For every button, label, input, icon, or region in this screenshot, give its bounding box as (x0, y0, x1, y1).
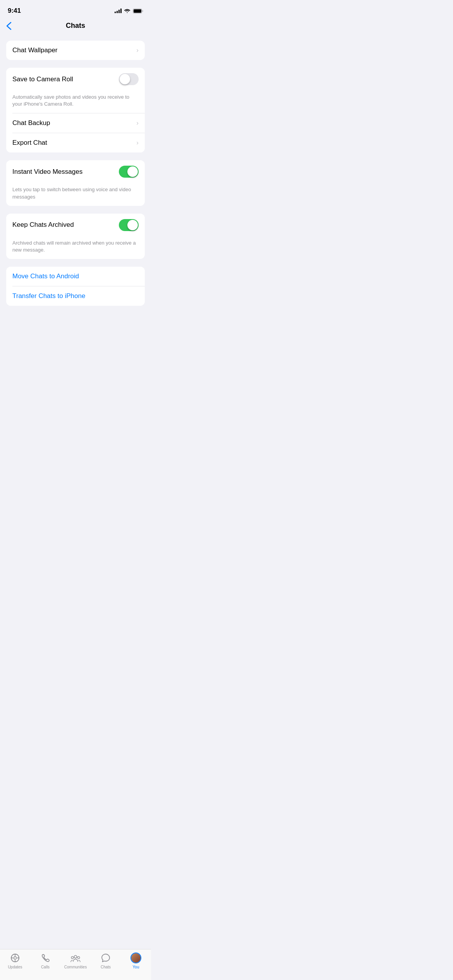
section-wallpaper: Chat Wallpaper › (0, 41, 151, 60)
save-camera-roll-row[interactable]: Save to Camera Roll (6, 68, 145, 91)
save-camera-roll-description: Automatically save photos and videos you… (6, 91, 145, 113)
tab-spacer (0, 314, 151, 352)
chat-wallpaper-row[interactable]: Chat Wallpaper › (6, 41, 145, 60)
video-messages-card: Instant Video Messages Lets you tap to s… (6, 160, 145, 206)
page-title: Chats (66, 22, 85, 30)
status-time: 9:41 (8, 7, 21, 15)
export-chat-label: Export Chat (12, 139, 133, 147)
transfer-card: Move Chats to Android Transfer Chats to … (6, 267, 145, 306)
chat-wallpaper-label: Chat Wallpaper (12, 46, 133, 54)
status-icons (115, 9, 143, 14)
section-transfer: Move Chats to Android Transfer Chats to … (0, 267, 151, 306)
section-video-messages: Instant Video Messages Lets you tap to s… (0, 160, 151, 206)
status-bar: 9:41 (0, 0, 151, 19)
toggle-thumb (120, 74, 130, 84)
transfer-iphone-row[interactable]: Transfer Chats to iPhone (6, 286, 145, 306)
nav-bar: Chats (0, 19, 151, 34)
section-camera-backup: Save to Camera Roll Automatically save p… (0, 68, 151, 152)
keep-archived-toggle[interactable] (119, 219, 139, 231)
move-android-row[interactable]: Move Chats to Android (6, 267, 145, 286)
settings-content: Chat Wallpaper › Save to Camera Roll Aut… (0, 34, 151, 358)
keep-archived-description: Archived chats will remain archived when… (6, 236, 145, 259)
wallpaper-card: Chat Wallpaper › (6, 41, 145, 60)
instant-video-label: Instant Video Messages (12, 168, 119, 176)
chevron-icon: › (136, 139, 139, 147)
keep-archived-label: Keep Chats Archived (12, 221, 119, 229)
transfer-iphone-label: Transfer Chats to iPhone (12, 292, 139, 300)
signal-icon (115, 9, 122, 13)
move-android-label: Move Chats to Android (12, 272, 139, 280)
back-button[interactable] (6, 22, 12, 30)
section-keep-archived: Keep Chats Archived Archived chats will … (0, 214, 151, 259)
keep-archived-card: Keep Chats Archived Archived chats will … (6, 214, 145, 259)
chat-backup-label: Chat Backup (12, 119, 133, 127)
instant-video-row[interactable]: Instant Video Messages (6, 160, 145, 183)
chat-backup-row[interactable]: Chat Backup › (6, 113, 145, 133)
export-chat-row[interactable]: Export Chat › (6, 133, 145, 152)
svg-rect-1 (134, 9, 141, 13)
wifi-icon (124, 9, 130, 13)
camera-backup-card: Save to Camera Roll Automatically save p… (6, 68, 145, 152)
save-camera-roll-label: Save to Camera Roll (12, 75, 119, 83)
toggle-thumb (127, 166, 138, 177)
save-camera-roll-toggle[interactable] (119, 73, 139, 85)
battery-icon (133, 9, 143, 14)
instant-video-description: Lets you tap to switch between using voi… (6, 183, 145, 206)
keep-archived-row[interactable]: Keep Chats Archived (6, 214, 145, 236)
toggle-thumb (127, 220, 138, 230)
instant-video-toggle[interactable] (119, 166, 139, 178)
chevron-icon: › (136, 46, 139, 54)
chevron-icon: › (136, 119, 139, 127)
